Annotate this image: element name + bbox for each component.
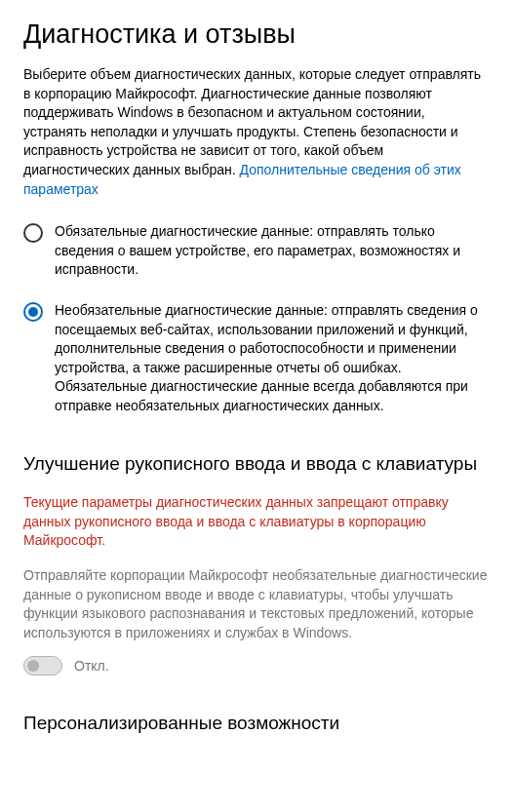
- radio-circle-selected-icon: [23, 302, 43, 322]
- intro-paragraph: Выберите объем диагностических данных, к…: [23, 65, 492, 199]
- radio-optional-label: Необязательные диагностические данные: о…: [55, 301, 492, 416]
- radio-optional-data[interactable]: Необязательные диагностические данные: о…: [23, 301, 492, 416]
- radio-required-label: Обязательные диагностические данные: отп…: [55, 222, 492, 280]
- inking-description-text: Отправляйте корпорации Майкрософт необяз…: [23, 566, 492, 642]
- radio-circle-icon: [23, 223, 43, 243]
- toggle-knob-icon: [27, 660, 39, 672]
- inking-toggle-row: Откл.: [23, 656, 492, 676]
- inking-section-title: Улучшение рукописного ввода и ввода с кл…: [23, 451, 492, 477]
- radio-required-data[interactable]: Обязательные диагностические данные: отп…: [23, 222, 492, 280]
- inking-toggle-label: Откл.: [74, 658, 109, 674]
- personalization-section-title: Персонализированные возможности: [23, 711, 492, 736]
- diagnostic-data-radio-group: Обязательные диагностические данные: отп…: [23, 222, 492, 415]
- inking-warning-text: Текущие параметры диагностических данных…: [23, 493, 492, 551]
- page-title: Диагностика и отзывы: [23, 19, 492, 50]
- intro-text: Выберите объем диагностических данных, к…: [23, 66, 481, 177]
- inking-toggle[interactable]: [23, 656, 62, 676]
